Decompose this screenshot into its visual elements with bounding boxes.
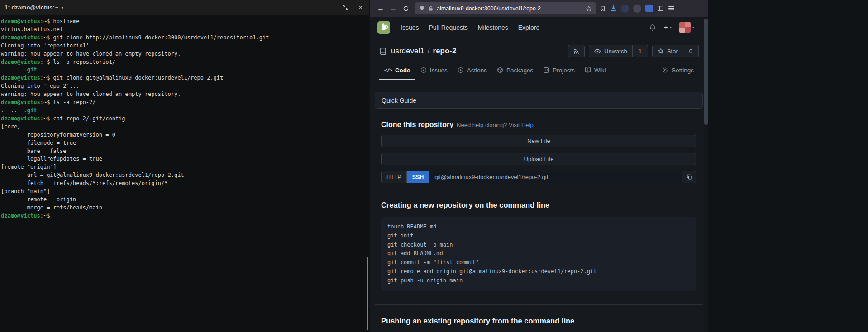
- terminal-text-segment: repositoryformatversion = 0: [1, 132, 115, 138]
- close-icon[interactable]: ×: [357, 4, 365, 12]
- sidebar-toggle-icon[interactable]: [657, 5, 664, 12]
- bookmark-star-icon[interactable]: [586, 5, 592, 12]
- terminal-line: filemode = true: [1, 139, 368, 147]
- http-protocol-button[interactable]: HTTP: [381, 171, 407, 183]
- repo-header: usrdevel1 / repo-2 Unwatch 1: [370, 38, 708, 62]
- scrollbar-thumb[interactable]: [704, 19, 708, 125]
- push-repo-heading: Pushing an existing repository from the …: [381, 317, 696, 325]
- rss-feed-button[interactable]: [568, 45, 585, 57]
- watch-button-group: Unwatch 1: [589, 45, 648, 57]
- download-icon[interactable]: [610, 5, 617, 12]
- restore-window-icon[interactable]: [341, 4, 349, 12]
- tab-wiki[interactable]: Wiki: [580, 62, 611, 80]
- tab-projects[interactable]: Projects: [538, 62, 580, 80]
- clone-help-text: Need help cloning? Visit Help.: [457, 122, 535, 128]
- tab-settings-label: Settings: [672, 67, 694, 74]
- extension-icon-1[interactable]: [621, 5, 629, 13]
- watchers-count[interactable]: 1: [633, 45, 648, 57]
- terminal-line: . .. .git: [1, 107, 368, 115]
- package-cube-icon: [497, 67, 503, 73]
- nav-item-issues[interactable]: Issues: [396, 24, 424, 31]
- quick-guide-header: Quick Guide: [375, 92, 703, 109]
- url-bar[interactable]: almalinux9-docker:3000/usrdevel1/repo-2: [415, 2, 596, 14]
- terminal-text-segment: :~$ cat repo-2/.git/config: [40, 115, 125, 122]
- tab-issues[interactable]: Issues: [415, 62, 453, 80]
- nav-item-explore[interactable]: Explore: [513, 24, 544, 31]
- unwatch-label: Unwatch: [604, 48, 627, 55]
- terminal-line: dzamo@victus:~$ ls -a repo-2/: [1, 99, 368, 107]
- eye-icon: [594, 48, 601, 55]
- terminal-text-segment: dzamo@victus: [1, 99, 40, 105]
- menu-icon[interactable]: [668, 5, 675, 12]
- toolbar-extensions: [600, 5, 675, 13]
- terminal-text-segment: Cloning into 'repo-2'...: [1, 83, 79, 89]
- reload-button[interactable]: [400, 2, 412, 15]
- extension-icon-3[interactable]: [645, 5, 653, 12]
- create-new-button[interactable]: + ▾: [664, 24, 672, 32]
- terminal-text-segment: victus.balaitus.net: [1, 26, 63, 33]
- terminal-line: warning: You appear to have cloned an em…: [1, 90, 368, 99]
- nav-item-pull-requests[interactable]: Pull Requests: [424, 24, 472, 31]
- gitea-page: Issues Pull Requests Milestones Explore …: [370, 17, 708, 332]
- terminal-line: bare = false: [1, 147, 368, 156]
- ssh-protocol-button[interactable]: SSH: [407, 171, 429, 183]
- tab-code-label: Code: [395, 67, 410, 74]
- terminal-text-segment: .git: [24, 66, 37, 73]
- user-menu[interactable]: ▾: [679, 22, 694, 33]
- upload-file-button[interactable]: Upload File: [381, 153, 696, 165]
- nav-item-milestones[interactable]: Milestones: [473, 24, 513, 31]
- terminal-line: [core]: [1, 123, 368, 131]
- tab-dropdown-caret-icon[interactable]: ▾: [62, 5, 64, 10]
- lock-icon[interactable]: [428, 6, 434, 11]
- help-link[interactable]: Help: [521, 122, 534, 128]
- terminal-window-controls: ×: [341, 4, 365, 12]
- forward-button[interactable]: →: [387, 2, 400, 15]
- terminal-line: repositoryformatversion = 0: [1, 131, 368, 139]
- screen: 1: dzamo@victus:~ ▾ × dzamo@victus:~$ ho…: [0, 0, 868, 332]
- terminal-line: merge = refs/heads/main: [1, 204, 368, 212]
- gitea-navbar: Issues Pull Requests Milestones Explore …: [370, 17, 708, 38]
- star-label: Star: [667, 48, 678, 55]
- terminal-line: dzamo@victus:~$ ls -a repositorio1/: [1, 58, 368, 66]
- back-button[interactable]: ←: [374, 2, 387, 15]
- gitea-logo[interactable]: [377, 21, 390, 34]
- repo-separator: /: [428, 47, 430, 56]
- shield-icon[interactable]: [419, 5, 425, 11]
- extension-icon-2[interactable]: [633, 5, 641, 13]
- stars-count[interactable]: 0: [683, 45, 699, 57]
- repo-owner-link[interactable]: usrdevel1: [391, 47, 424, 56]
- clone-url-bar: HTTP SSH git@almalinux9-docker:usrdevel1…: [381, 171, 696, 183]
- terminal-scrollbar[interactable]: [367, 257, 368, 330]
- terminal-line: victus.balaitus.net: [1, 26, 368, 34]
- terminal-text-segment: url = git@almalinux9-docker:usrdevel1/re…: [1, 172, 184, 178]
- terminal-line: dzamo@victus:~$ git clone http://almalin…: [1, 34, 368, 42]
- terminal-output: dzamo@victus:~$ hostnamevictus.balaitus.…: [0, 15, 369, 220]
- clone-url-input[interactable]: git@almalinux9-docker:usrdevel1/repo-2.g…: [429, 171, 682, 183]
- page-scrollbar[interactable]: [704, 17, 708, 332]
- browser-toolbar: ← → almalinux9-docker:3000/usrdevel1/rep…: [370, 0, 708, 17]
- repo-name-link[interactable]: repo-2: [433, 47, 456, 56]
- terminal-text-segment: :~$ git clone git@almalinux9-docker:usrd…: [40, 75, 224, 81]
- tab-projects-label: Projects: [553, 67, 575, 74]
- tab-code[interactable]: </> Code: [379, 62, 415, 80]
- notifications-bell-icon[interactable]: [649, 24, 656, 31]
- push-repo-section: Pushing an existing repository from the …: [375, 317, 703, 325]
- avatar: [679, 22, 691, 33]
- divider: [375, 191, 703, 191]
- star-icon: [658, 48, 664, 54]
- terminal-line: [remote "origin"]: [1, 163, 368, 171]
- repo-title: usrdevel1 / repo-2: [391, 47, 456, 56]
- star-button[interactable]: Star: [652, 45, 683, 57]
- terminal-text-segment: .git: [24, 107, 37, 114]
- terminal-line: dzamo@victus:~$: [1, 212, 368, 220]
- tab-actions[interactable]: Actions: [453, 62, 492, 80]
- unwatch-button[interactable]: Unwatch: [589, 45, 633, 57]
- tab-settings[interactable]: Settings: [657, 62, 699, 80]
- copy-icon: [687, 174, 692, 180]
- bookmarks-icon[interactable]: [600, 5, 606, 12]
- tab-packages[interactable]: Packages: [492, 62, 538, 80]
- wiki-book-icon: [585, 67, 591, 73]
- copy-url-button[interactable]: [682, 171, 696, 183]
- terminal-window: 1: dzamo@victus:~ ▾ × dzamo@victus:~$ ho…: [0, 0, 369, 332]
- new-file-button[interactable]: New File: [381, 135, 696, 147]
